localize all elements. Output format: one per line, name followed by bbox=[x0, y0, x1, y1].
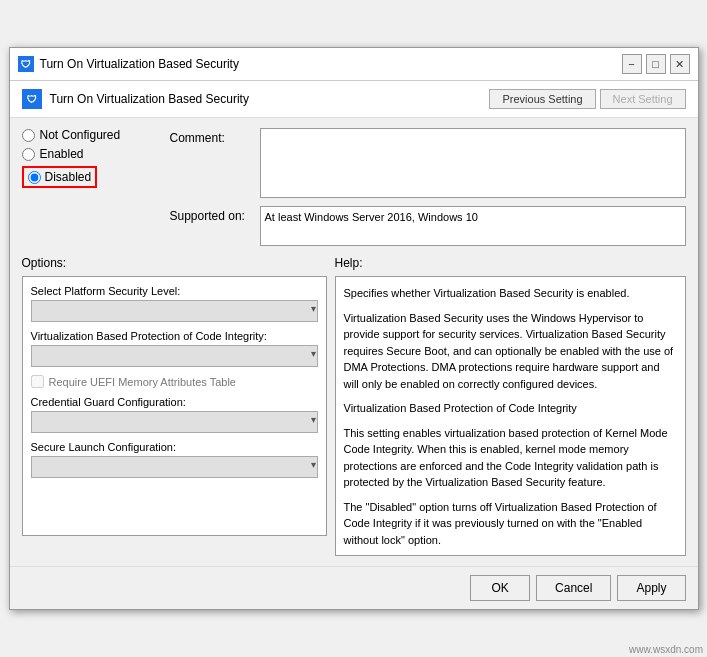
help-title: Help: bbox=[335, 256, 686, 270]
dialog-header-icon: 🛡 bbox=[22, 89, 42, 109]
secure-launch-select[interactable] bbox=[31, 456, 318, 478]
code-integrity-dropdown-wrapper: ▾ bbox=[31, 345, 318, 367]
dialog-header-title: Turn On Virtualization Based Security bbox=[50, 92, 249, 106]
options-title: Options: bbox=[22, 256, 327, 270]
not-configured-radio[interactable] bbox=[22, 129, 35, 142]
minimize-button[interactable]: − bbox=[622, 54, 642, 74]
disabled-label: Disabled bbox=[45, 170, 92, 184]
watermark: www.wsxdn.com bbox=[629, 644, 703, 655]
disabled-radio[interactable] bbox=[28, 171, 41, 184]
supported-row: Supported on: At least Windows Server 20… bbox=[170, 206, 686, 246]
not-configured-label: Not Configured bbox=[40, 128, 121, 142]
code-integrity-select[interactable] bbox=[31, 345, 318, 367]
enabled-radio[interactable] bbox=[22, 148, 35, 161]
credential-guard-group: Credential Guard Configuration: ▾ bbox=[31, 396, 318, 433]
radio-section: Not Configured Enabled Disabled bbox=[22, 128, 162, 193]
close-button[interactable]: ✕ bbox=[670, 54, 690, 74]
title-bar: 🛡 Turn On Virtualization Based Security … bbox=[10, 48, 698, 81]
comment-label: Comment: bbox=[170, 128, 260, 145]
secure-launch-group: Secure Launch Configuration: ▾ bbox=[31, 441, 318, 478]
dialog-footer: OK Cancel Apply bbox=[10, 566, 698, 609]
help-content[interactable]: Specifies whether Virtualization Based S… bbox=[335, 276, 686, 556]
dialog-body: Not Configured Enabled Disabled Comment:… bbox=[10, 118, 698, 566]
secure-launch-label: Secure Launch Configuration: bbox=[31, 441, 318, 453]
platform-security-label: Select Platform Security Level: bbox=[31, 285, 318, 297]
title-bar-left: 🛡 Turn On Virtualization Based Security bbox=[18, 56, 239, 72]
help-para-5: The "Disabled" option turns off Virtuali… bbox=[344, 499, 677, 549]
credential-guard-select[interactable] bbox=[31, 411, 318, 433]
require-uefi-row[interactable]: Require UEFI Memory Attributes Table bbox=[31, 375, 318, 388]
platform-security-select[interactable] bbox=[31, 300, 318, 322]
platform-security-group: Select Platform Security Level: ▾ bbox=[31, 285, 318, 322]
dialog-header-left: 🛡 Turn On Virtualization Based Security bbox=[22, 89, 249, 109]
right-section: Comment: Supported on: At least Windows … bbox=[170, 128, 686, 246]
enabled-label: Enabled bbox=[40, 147, 84, 161]
maximize-button[interactable]: □ bbox=[646, 54, 666, 74]
window-icon: 🛡 bbox=[18, 56, 34, 72]
supported-textarea: At least Windows Server 2016, Windows 10 bbox=[260, 206, 686, 246]
platform-security-dropdown-wrapper: ▾ bbox=[31, 300, 318, 322]
next-setting-button[interactable]: Next Setting bbox=[600, 89, 686, 109]
enabled-option[interactable]: Enabled bbox=[22, 147, 154, 161]
help-panel: Help: Specifies whether Virtualization B… bbox=[335, 256, 686, 556]
code-integrity-group: Virtualization Based Protection of Code … bbox=[31, 330, 318, 367]
dialog-header-buttons: Previous Setting Next Setting bbox=[489, 89, 685, 109]
options-content: Select Platform Security Level: ▾ Virtua… bbox=[22, 276, 327, 536]
title-bar-controls: − □ ✕ bbox=[622, 54, 690, 74]
main-window: 🛡 Turn On Virtualization Based Security … bbox=[9, 47, 699, 610]
credential-guard-label: Credential Guard Configuration: bbox=[31, 396, 318, 408]
apply-button[interactable]: Apply bbox=[617, 575, 685, 601]
secure-launch-dropdown-wrapper: ▾ bbox=[31, 456, 318, 478]
help-para-4: This setting enables virtualization base… bbox=[344, 425, 677, 491]
comment-row: Comment: bbox=[170, 128, 686, 198]
disabled-highlight: Disabled bbox=[22, 166, 98, 188]
comment-textarea[interactable] bbox=[260, 128, 686, 198]
require-uefi-checkbox[interactable] bbox=[31, 375, 44, 388]
require-uefi-label: Require UEFI Memory Attributes Table bbox=[49, 376, 236, 388]
help-para-2: Virtualization Based Security uses the W… bbox=[344, 310, 677, 393]
code-integrity-label: Virtualization Based Protection of Code … bbox=[31, 330, 318, 342]
help-para-3: Virtualization Based Protection of Code … bbox=[344, 400, 677, 417]
options-panel: Options: Select Platform Security Level:… bbox=[22, 256, 327, 556]
ok-button[interactable]: OK bbox=[470, 575, 530, 601]
cancel-button[interactable]: Cancel bbox=[536, 575, 611, 601]
previous-setting-button[interactable]: Previous Setting bbox=[489, 89, 595, 109]
window-title: Turn On Virtualization Based Security bbox=[40, 57, 239, 71]
options-help-section: Options: Select Platform Security Level:… bbox=[22, 256, 686, 556]
dialog-header: 🛡 Turn On Virtualization Based Security … bbox=[10, 81, 698, 118]
credential-guard-dropdown-wrapper: ▾ bbox=[31, 411, 318, 433]
supported-label: Supported on: bbox=[170, 206, 260, 223]
help-para-1: Specifies whether Virtualization Based S… bbox=[344, 285, 677, 302]
not-configured-option[interactable]: Not Configured bbox=[22, 128, 154, 142]
disabled-option[interactable]: Disabled bbox=[22, 166, 154, 188]
